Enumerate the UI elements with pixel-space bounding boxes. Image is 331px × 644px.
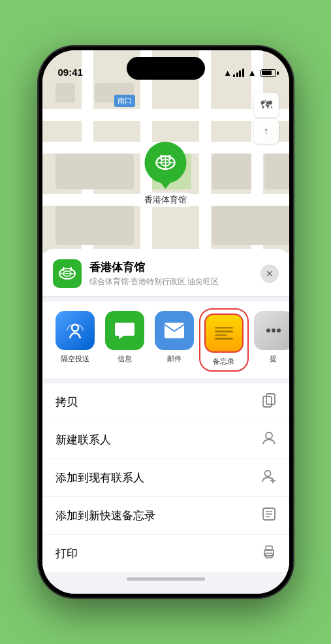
venue-name: 香港体育馆 [89,260,253,275]
mail-label: 邮件 [167,354,181,364]
svg-rect-10 [70,267,72,271]
share-item-more[interactable]: 提 [251,311,289,369]
more-label: 提 [270,354,277,364]
svg-point-18 [266,432,272,439]
printer-icon [262,545,276,562]
more-icon [254,311,289,350]
person-icon [262,431,276,449]
venue-description: 综合体育馆·香港特别行政区 油尖旺区 [89,276,253,287]
svg-rect-17 [263,396,272,407]
stadium-pin-icon [145,142,187,184]
airdrop-label: 隔空投送 [61,354,89,364]
share-row: 隔空投送 信息 [42,302,289,378]
signal-bars-icon [233,69,244,77]
action-row-new-contact[interactable]: 新建联系人 [42,421,289,459]
notes-lines-icon [215,327,233,340]
svg-rect-16 [266,394,275,404]
battery-icon [260,69,276,77]
action-row-print[interactable]: 打印 [42,535,289,572]
venue-info: 香港体育馆 综合体育馆·香港特别行政区 油尖旺区 [89,260,253,287]
svg-point-13 [266,329,270,332]
wifi-icon: ▲ [248,68,257,78]
copy-label: 拷贝 [55,394,78,410]
map-controls: 🗺 ↑ [254,93,279,144]
bottom-sheet: 香港体育馆 综合体育馆·香港特别行政区 油尖旺区 ✕ [42,249,289,594]
action-list: 拷贝 新建联系人 [42,383,289,572]
station-label: 南口 [114,95,135,107]
svg-point-14 [272,329,276,332]
svg-rect-9 [63,267,65,271]
airdrop-icon [55,311,95,350]
location-button[interactable]: ↑ [254,119,279,144]
svg-point-19 [264,471,270,477]
svg-point-15 [277,329,281,332]
svg-rect-4 [161,155,163,160]
stadium-marker: 香港体育馆 [140,142,191,207]
action-row-add-contact[interactable]: 添加到现有联系人 [42,459,289,497]
dynamic-island [127,57,205,80]
svg-rect-5 [169,155,171,160]
status-icons: ▲ [233,68,276,78]
map-type-button[interactable]: 🗺 [254,93,279,118]
messages-label: 信息 [118,354,132,364]
mail-icon [155,311,194,350]
copy-icon [262,393,276,411]
phone-screen: 09:41 ▲ ▲ [42,50,289,594]
print-label: 打印 [55,546,78,561]
share-item-notes[interactable]: 备忘录 [202,311,246,369]
notes-label: 备忘录 [213,357,234,366]
sheet-header: 香港体育馆 综合体育馆·香港特别行政区 油尖旺区 ✕ [42,249,289,297]
messages-icon [105,311,144,350]
stadium-name-map-label: 香港体育馆 [140,193,191,207]
share-item-airdrop[interactable]: 隔空投送 [53,311,97,369]
quick-note-label: 添加到新快速备忘录 [55,508,155,523]
share-item-mail[interactable]: 邮件 [152,311,197,369]
action-row-quick-note[interactable]: 添加到新快速备忘录 [42,497,289,535]
svg-point-11 [72,325,78,331]
add-contact-label: 添加到现有联系人 [55,470,144,485]
action-row-copy[interactable]: 拷贝 [42,383,289,421]
share-item-messages[interactable]: 信息 [102,311,147,369]
venue-icon [53,259,82,288]
note-icon [262,507,276,524]
home-indicator [127,577,205,581]
home-indicator-area [42,572,289,581]
location-arrow-icon: ▲ [223,68,232,78]
notes-icon [204,314,244,353]
new-contact-label: 新建联系人 [55,432,111,447]
phone-frame: 09:41 ▲ ▲ [39,46,293,598]
close-button[interactable]: ✕ [260,265,279,283]
person-add-icon [262,469,276,487]
